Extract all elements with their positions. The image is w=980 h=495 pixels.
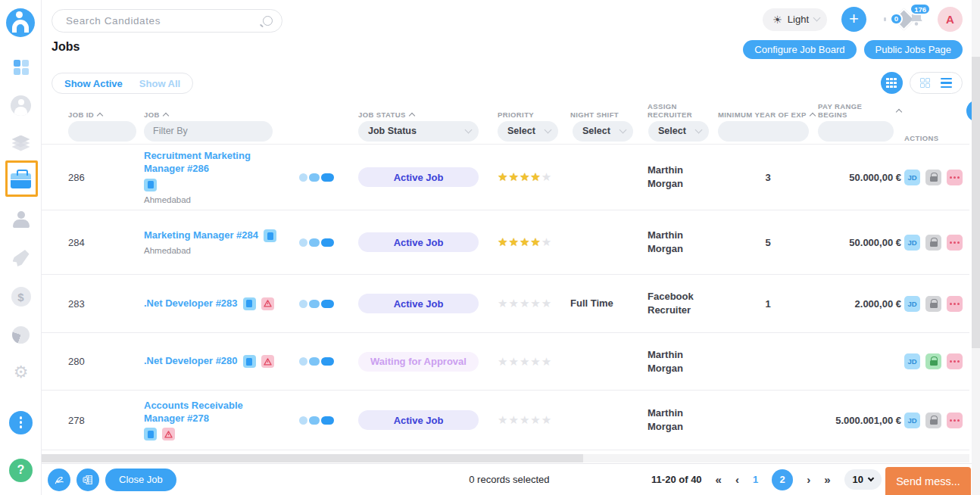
star-empty-icon[interactable]: ★: [541, 297, 552, 310]
horizontal-scrollbar-thumb[interactable]: [42, 454, 583, 462]
pipeline-stage-dots[interactable]: [299, 357, 358, 366]
app-logo[interactable]: [6, 8, 35, 37]
previous-page-icon[interactable]: ‹: [735, 474, 739, 485]
user-avatar[interactable]: A: [938, 7, 963, 32]
sidebar-item-billing[interactable]: $: [0, 283, 42, 310]
job-status-badge[interactable]: Active Job: [358, 410, 479, 430]
send-message-button[interactable]: Send mess...: [885, 467, 971, 495]
lock-button[interactable]: [925, 296, 941, 312]
star-filled-icon[interactable]: ★: [508, 170, 519, 183]
star-empty-icon[interactable]: ★: [520, 413, 530, 426]
lock-button[interactable]: [925, 235, 941, 251]
lock-button[interactable]: [925, 412, 941, 428]
row-more-button[interactable]: [947, 170, 963, 185]
priority-filter-select[interactable]: Select: [498, 121, 558, 142]
search-icon[interactable]: [263, 16, 273, 26]
job-status-badge[interactable]: Active Job: [358, 294, 479, 313]
priority-rating[interactable]: ★★★★★: [498, 170, 570, 184]
sidebar-item-more[interactable]: [0, 409, 42, 436]
card-view-icon[interactable]: [920, 78, 931, 89]
job-status-badge[interactable]: Active Job: [358, 232, 479, 252]
night-shift-filter-select[interactable]: Select: [573, 121, 633, 142]
priority-rating[interactable]: ★★★★★: [498, 355, 570, 369]
page-size-select[interactable]: 10: [844, 469, 882, 490]
warning-icon[interactable]: [261, 297, 274, 310]
tab-show-all[interactable]: Show All: [139, 78, 180, 89]
vertical-scrollbar-thumb[interactable]: [972, 57, 980, 348]
star-empty-icon[interactable]: ★: [498, 297, 508, 310]
sidebar-item-settings[interactable]: ⚙: [0, 359, 42, 386]
search-input[interactable]: [66, 15, 263, 26]
star-filled-icon[interactable]: ★: [520, 235, 530, 248]
job-description-icon[interactable]: [243, 297, 256, 310]
star-empty-icon[interactable]: ★: [498, 413, 508, 426]
star-filled-icon[interactable]: ★: [520, 170, 530, 183]
star-filled-icon[interactable]: ★: [530, 170, 541, 183]
sidebar-item-pipelines[interactable]: [0, 129, 42, 157]
grid-view-button[interactable]: [881, 72, 903, 94]
star-empty-icon[interactable]: ★: [508, 355, 519, 368]
job-status-badge[interactable]: Active Job: [358, 167, 479, 187]
sort-icon[interactable]: [409, 113, 415, 119]
job-description-icon[interactable]: [144, 179, 157, 191]
star-empty-icon[interactable]: ★: [498, 355, 508, 368]
star-empty-icon[interactable]: ★: [530, 297, 541, 310]
warning-icon[interactable]: [162, 428, 175, 441]
star-empty-icon[interactable]: ★: [541, 413, 552, 426]
warning-icon[interactable]: [261, 355, 274, 368]
configure-job-board-button[interactable]: Configure Job Board: [743, 40, 856, 59]
sort-icon[interactable]: [896, 108, 902, 114]
sort-icon[interactable]: [162, 113, 168, 119]
min-exp-filter-input[interactable]: [718, 121, 809, 142]
job-description-icon[interactable]: [144, 428, 157, 441]
priority-rating[interactable]: ★★★★★: [498, 413, 570, 427]
column-header-job-id[interactable]: JOB ID: [68, 111, 144, 119]
jd-button[interactable]: JD: [904, 353, 920, 369]
job-title-link[interactable]: Recruitment Marketing Manager #286: [144, 150, 269, 176]
export-excel-button[interactable]: [76, 469, 99, 491]
priority-rating[interactable]: ★★★★★: [498, 297, 570, 310]
job-title-link[interactable]: Marketing Manager #284: [144, 229, 258, 242]
column-header-pay-range[interactable]: PAY RANGE BEGINS: [818, 102, 901, 119]
sidebar-item-reports[interactable]: [0, 321, 42, 348]
lock-button[interactable]: [925, 353, 941, 369]
jd-button[interactable]: JD: [904, 296, 920, 312]
pipeline-stage-dots[interactable]: [299, 238, 358, 247]
column-header-job[interactable]: JOB: [144, 111, 299, 119]
export-pdf-button[interactable]: [48, 469, 70, 491]
tab-show-active[interactable]: Show Active: [64, 78, 123, 89]
first-page-icon[interactable]: «: [716, 474, 722, 485]
star-empty-icon[interactable]: ★: [541, 235, 552, 248]
sidebar-item-campaigns[interactable]: [0, 244, 42, 272]
theme-toggle[interactable]: ☀ Light: [763, 8, 827, 31]
star-filled-icon[interactable]: ★: [498, 235, 508, 248]
job-description-icon[interactable]: [264, 229, 276, 242]
job-title-link[interactable]: .Net Developer #283: [144, 297, 238, 310]
jd-button[interactable]: JD: [904, 412, 920, 428]
star-filled-icon[interactable]: ★: [530, 235, 541, 248]
sort-icon[interactable]: [809, 113, 815, 119]
notifications-button[interactable]: 176: [910, 10, 923, 29]
next-page-icon[interactable]: ›: [807, 474, 810, 485]
sidebar-item-help[interactable]: ?: [0, 456, 42, 484]
row-more-button[interactable]: [947, 235, 963, 251]
sidebar-item-candidates[interactable]: [0, 92, 42, 119]
jd-button[interactable]: JD: [904, 170, 920, 185]
column-header-min-exp[interactable]: MINIMUM YEAR OF EXP: [718, 111, 818, 119]
star-filled-icon[interactable]: ★: [508, 235, 519, 248]
recruiter-filter-select[interactable]: Select: [648, 121, 709, 142]
priority-rating[interactable]: ★★★★★: [498, 235, 570, 249]
star-empty-icon[interactable]: ★: [508, 413, 519, 426]
star-empty-icon[interactable]: ★: [530, 355, 541, 368]
job-title-link[interactable]: .Net Developer #280: [144, 355, 238, 368]
star-empty-icon[interactable]: ★: [530, 413, 541, 426]
page-1-button[interactable]: 1: [753, 474, 758, 485]
sidebar-item-clients[interactable]: [0, 206, 42, 233]
pipeline-stage-dots[interactable]: [299, 300, 358, 308]
star-empty-icon[interactable]: ★: [520, 355, 530, 368]
row-more-button[interactable]: [947, 412, 963, 428]
row-more-button[interactable]: [947, 353, 963, 369]
job-status-badge[interactable]: Waiting for Approval: [358, 352, 479, 372]
star-empty-icon[interactable]: ★: [541, 355, 552, 368]
job-description-icon[interactable]: [243, 355, 256, 368]
